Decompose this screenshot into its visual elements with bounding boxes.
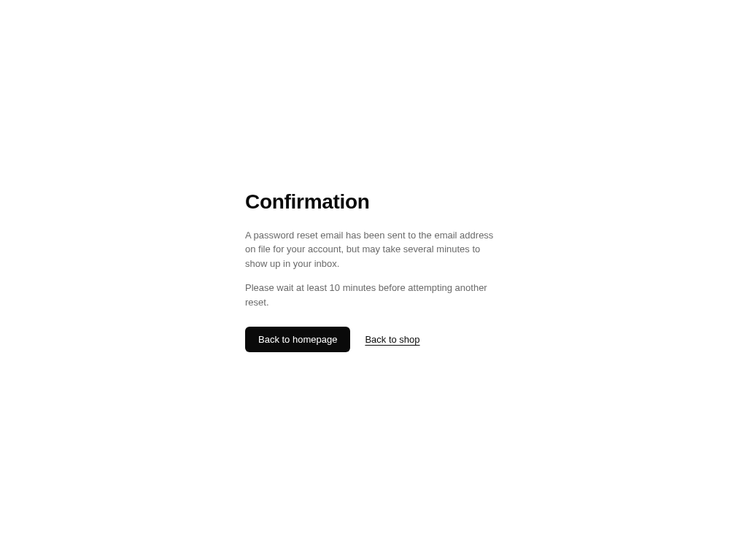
actions-row: Back to homepage Back to shop [245, 327, 502, 352]
confirmation-wait-message: Please wait at least 10 minutes before a… [245, 281, 502, 309]
back-to-shop-link[interactable]: Back to shop [365, 334, 419, 345]
back-to-homepage-button[interactable]: Back to homepage [245, 327, 350, 352]
confirmation-panel: Confirmation A password reset email has … [245, 190, 502, 353]
confirmation-message: A password reset email has been sent to … [245, 228, 502, 271]
page-title: Confirmation [245, 190, 502, 214]
